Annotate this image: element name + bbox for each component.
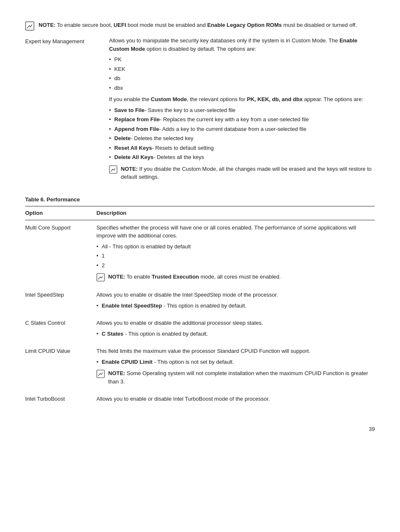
- top-note-text: NOTE: To enable secure boot, UEFI boot m…: [39, 21, 357, 29]
- page-number: 39: [25, 425, 375, 433]
- table-row: C States Control Allows you to enable or…: [25, 316, 375, 344]
- expert-key-bullets2: Save to File- Saves the key to a user-se…: [109, 106, 375, 162]
- note2-label: NOTE:: [121, 166, 138, 172]
- desc-intel-speedstep: Allows you to enable or disable the Inte…: [96, 287, 375, 316]
- desc-c-states: Allows you to enable or disable the addi…: [96, 316, 375, 344]
- bullet-speedstep: Enable Intel SpeedStep - This option is …: [96, 302, 371, 310]
- bullet-cstates: C States - This option is enabled by def…: [96, 330, 371, 338]
- bullet-reset-all-keys: Reset All Keys- Resets to default settin…: [109, 144, 375, 152]
- multi-core-bullets: All - This option is enabled by default …: [96, 243, 371, 270]
- table-section: Table 6. Performance Option Description …: [25, 196, 375, 408]
- bullet-all: All - This option is enabled by default: [96, 243, 371, 251]
- note-icon-cpuid: [96, 370, 105, 378]
- speedstep-bullets: Enable Intel SpeedStep - This option is …: [96, 302, 371, 310]
- pk-kek-db-dbx-bold: PK, KEK, db, and dbx: [247, 96, 303, 102]
- option-intel-speedstep: Intel SpeedStep: [25, 287, 96, 316]
- option-turboboost: Intel TurboBoost: [25, 391, 96, 408]
- option-cpuid: Limit CPUID Value: [25, 344, 96, 391]
- expert-key-bullets1: PK KEK db dbx: [109, 55, 375, 92]
- expert-key-para1: Allows you to manipulate the security ke…: [109, 37, 375, 53]
- custom-mode-bold: Custom Mode: [151, 96, 187, 102]
- bullet-1: 1: [96, 252, 371, 260]
- option-c-states: C States Control: [25, 316, 96, 344]
- cpuid-bullets: Enable CPUID Limit - This option is not …: [96, 358, 371, 366]
- expert-key-note2: NOTE: If you disable the Custom Mode, al…: [109, 165, 375, 181]
- uefi-bold: UEFI: [114, 22, 126, 28]
- table-row: Limit CPUID Value This field limits the …: [25, 344, 375, 391]
- table-row: Multi Core Support Specifies whether the…: [25, 220, 375, 287]
- table-row: Intel TurboBoost Allows you to enable or…: [25, 391, 375, 408]
- multi-core-note-text: NOTE: To enable Trusted Execution mode, …: [108, 273, 281, 281]
- top-note-box: NOTE: To enable secure boot, UEFI boot m…: [25, 21, 375, 31]
- note-icon-top: [25, 21, 34, 31]
- page-content: NOTE: To enable secure boot, UEFI boot m…: [25, 21, 375, 433]
- bullet-2: 2: [96, 261, 371, 270]
- bullet-db: db: [109, 74, 375, 83]
- table-header-row: Option Description: [25, 206, 375, 220]
- performance-table: Option Description Multi Core Support Sp…: [25, 206, 375, 408]
- expert-key-label: Expert key Management: [25, 37, 109, 46]
- col-header-description: Description: [96, 206, 375, 220]
- note-label: NOTE:: [39, 22, 55, 28]
- bullet-dbx: dbx: [109, 84, 375, 92]
- expert-key-note2-text: NOTE: If you disable the Custom Mode, al…: [121, 165, 375, 181]
- bullet-delete-all-keys: Delete All Keys- Deletes all the keys: [109, 153, 375, 162]
- desc-cpuid: This field limits the maximum value the …: [96, 344, 375, 391]
- cpuid-note-text: NOTE: Some Operating system will not com…: [108, 369, 371, 386]
- col-header-option: Option: [25, 206, 96, 220]
- table-row: Intel SpeedStep Allows you to enable or …: [25, 287, 375, 316]
- table-title: Table 6. Performance: [25, 196, 375, 204]
- legacy-option-bold: Enable Legacy Option ROMs: [207, 22, 282, 28]
- desc-multi-core: Specifies whether the process will have …: [96, 220, 375, 287]
- cstates-bullets: C States - This option is enabled by def…: [96, 330, 371, 338]
- bullet-replace-from-file: Replace from File- Replaces the current …: [109, 115, 375, 124]
- bullet-kek: KEK: [109, 65, 375, 73]
- bullet-cpuid: Enable CPUID Limit - This option is not …: [96, 358, 371, 366]
- cpuid-note: NOTE: Some Operating system will not com…: [96, 369, 371, 386]
- desc-turboboost: Allows you to enable or disable Intel Tu…: [96, 391, 375, 408]
- enable-custom-mode-bold: Enable Custom Mode: [109, 37, 357, 52]
- expert-key-para2: If you enable the Custom Mode, the relev…: [109, 95, 375, 104]
- bullet-pk: PK: [109, 55, 375, 64]
- option-multi-core: Multi Core Support: [25, 220, 96, 287]
- bullet-delete: Delete- Deletes the selected key: [109, 134, 375, 143]
- note-icon-expert: [109, 165, 117, 174]
- multi-core-note: NOTE: To enable Trusted Execution mode, …: [96, 273, 371, 282]
- bullet-save-to-file: Save to File- Saves the key to a user-se…: [109, 106, 375, 115]
- bullet-append-from-file: Append from File- Adds a key to the curr…: [109, 125, 375, 133]
- note-icon-multicore: [96, 273, 105, 282]
- expert-key-row: Expert key Management Allows you to mani…: [25, 37, 375, 184]
- expert-key-description: Allows you to manipulate the security ke…: [109, 37, 375, 184]
